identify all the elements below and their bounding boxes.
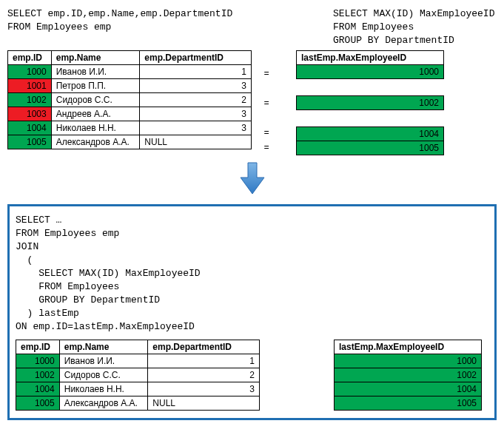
table-row: 1004: [297, 127, 444, 141]
result-tables-row: emp.ID emp.Name emp.DepartmentID 1000Ива…: [16, 340, 488, 411]
table-row: 1005: [297, 141, 444, 155]
cell-name: Иванов И.И.: [51, 65, 140, 79]
rcol-maxemp: lastEmp.MaxEmployeeID: [335, 340, 482, 354]
cell-name: Александров А.А.: [51, 135, 140, 149]
rcol-empid: emp.ID: [16, 340, 60, 354]
cell-dept: 3: [140, 121, 252, 135]
table-row: 1000: [297, 65, 444, 79]
table-row: 1002: [297, 96, 444, 110]
cell-max: 1004: [335, 382, 482, 396]
cell-id: 1001: [8, 79, 52, 93]
cell-max: 1002: [297, 96, 444, 110]
cell-name: Николаев Н.Н.: [59, 382, 148, 396]
cell-id: 1000: [8, 65, 52, 79]
cell-id: 1002: [16, 368, 60, 382]
table-row: 1001Петров П.П.3: [8, 79, 252, 93]
max-table: lastEmp.MaxEmployeeID 1000100210041005: [296, 50, 444, 155]
right-sql-line1: SELECT MAX(ID) MaxEmployeeID: [333, 7, 494, 21]
cell-max: 1004: [297, 127, 444, 141]
table-row: 1002Сидоров С.С.2: [8, 93, 252, 107]
table-row: 1005: [335, 396, 482, 411]
table-row: 1000Иванов И.И.1: [16, 354, 260, 368]
arrow-down-icon: [238, 161, 267, 195]
right-query-block: SELECT MAX(ID) MaxEmployeeID FROM Employ…: [333, 7, 494, 47]
right-sql-line3: GROUP BY DepartmentID: [333, 34, 494, 47]
result-emp-wrap: emp.ID emp.Name emp.DepartmentID 1000Ива…: [16, 340, 260, 411]
cell-id: 1004: [16, 382, 60, 396]
result-max-table: lastEmp.MaxEmployeeID 1000100210041005: [334, 340, 482, 411]
cell-name: Сидоров С.С.: [51, 93, 140, 107]
table-row: 1005Александров А.А.NULL: [8, 135, 252, 149]
arrow-down: [7, 161, 497, 198]
col-empdept: emp.DepartmentID: [140, 51, 252, 65]
cell-dept: 1: [140, 65, 252, 79]
table-row: 1000: [335, 354, 482, 368]
col-empname: emp.Name: [51, 51, 140, 65]
result-max-wrap: lastEmp.MaxEmployeeID 1000100210041005: [334, 340, 482, 411]
equals-column: ====: [252, 50, 281, 155]
table-row: 1000Иванов И.И.1: [8, 65, 252, 79]
table-row: 1004Николаев Н.Н.3: [8, 121, 252, 135]
top-section: SELECT emp.ID,emp.Name,emp.DepartmentID …: [7, 7, 497, 47]
right-sql-line2: FROM Employees: [333, 21, 494, 34]
cell-name: Андреев А.А.: [51, 107, 140, 121]
cell-dept: 1: [148, 354, 260, 368]
emp-table-wrap: emp.ID emp.Name emp.DepartmentID 1000Ива…: [7, 50, 252, 149]
left-sql-line1: SELECT emp.ID,emp.Name,emp.DepartmentID: [7, 7, 289, 21]
tables-row: emp.ID emp.Name emp.DepartmentID 1000Ива…: [7, 50, 497, 155]
table-row: 1002: [335, 368, 482, 382]
cell-id: 1004: [8, 121, 52, 135]
cell-name: Иванов И.И.: [59, 354, 148, 368]
cell-dept: NULL: [140, 135, 252, 149]
cell-name: Сидоров С.С.: [59, 368, 148, 382]
equals-sign: =: [252, 126, 281, 141]
cell-dept: 3: [148, 382, 260, 396]
max-table-wrap: lastEmp.MaxEmployeeID 1000100210041005: [296, 50, 444, 155]
cell-dept: NULL: [148, 396, 260, 411]
equals-sign: [252, 111, 281, 126]
cell-id: 1005: [8, 135, 52, 149]
cell-name: Петров П.П.: [51, 79, 140, 93]
equals-sign: [252, 81, 281, 96]
table-row: 1004: [335, 382, 482, 396]
cell-id: 1003: [8, 107, 52, 121]
cell-dept: 2: [148, 368, 260, 382]
equals-sign: =: [252, 141, 281, 155]
left-query-block: SELECT emp.ID,emp.Name,emp.DepartmentID …: [7, 7, 289, 47]
table-row: 1003Андреев А.А.3: [8, 107, 252, 121]
cell-max: 1005: [335, 396, 482, 411]
cell-max: 1002: [335, 368, 482, 382]
cell-name: Александров А.А.: [59, 396, 148, 411]
col-empid: emp.ID: [8, 51, 52, 65]
col-maxemp: lastEmp.MaxEmployeeID: [297, 51, 444, 65]
cell-id: 1002: [8, 93, 52, 107]
cell-max: 1000: [297, 65, 444, 79]
cell-name: Николаев Н.Н.: [51, 121, 140, 135]
cell-dept: 2: [140, 93, 252, 107]
table-row: 1004Николаев Н.Н.3: [16, 382, 260, 396]
result-box: SELECT … FROM Employees emp JOIN ( SELEC…: [7, 204, 497, 420]
equals-sign: =: [252, 67, 281, 81]
equals-sign: =: [252, 96, 281, 111]
table-row: 1002Сидоров С.С.2: [16, 368, 260, 382]
rcol-empdept: emp.DepartmentID: [148, 340, 260, 354]
left-sql-line2: FROM Employees emp: [7, 21, 289, 34]
cell-dept: 3: [140, 79, 252, 93]
cell-max: 1000: [335, 354, 482, 368]
emp-table: emp.ID emp.Name emp.DepartmentID 1000Ива…: [7, 50, 252, 149]
result-emp-table: emp.ID emp.Name emp.DepartmentID 1000Ива…: [16, 340, 260, 411]
rcol-empname: emp.Name: [59, 340, 148, 354]
cell-max: 1005: [297, 141, 444, 155]
cell-dept: 3: [140, 107, 252, 121]
table-row: 1005Александров А.А.NULL: [16, 396, 260, 411]
cell-id: 1005: [16, 396, 60, 411]
cell-id: 1000: [16, 354, 60, 368]
result-sql: SELECT … FROM Employees emp JOIN ( SELEC…: [16, 214, 488, 334]
